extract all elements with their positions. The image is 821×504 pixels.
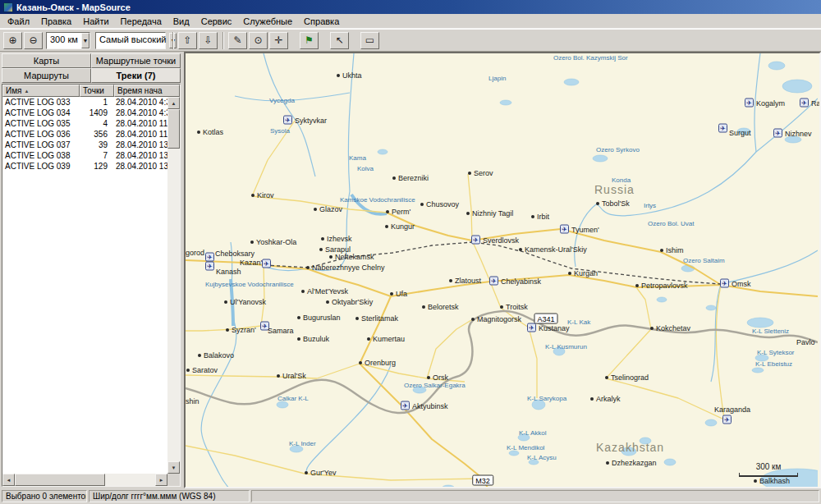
airport-marker[interactable]: ✈Sverdlovsk: [471, 236, 519, 245]
horizontal-scroll-thumb[interactable]: [15, 474, 105, 486]
horizontal-scrollbar[interactable]: ◄ ►: [2, 474, 167, 486]
menu-item[interactable]: Правка: [35, 15, 77, 28]
column-header-name[interactable]: Имя ▲: [2, 85, 80, 97]
city-label: Saratov: [186, 366, 218, 374]
menu-item[interactable]: Вид: [167, 15, 195, 28]
airport-marker[interactable]: ✈: [262, 259, 271, 268]
water-label: K-L Acysu: [527, 454, 557, 461]
tab-tracks[interactable]: Треки (7): [91, 68, 181, 83]
vertical-scrollbar[interactable]: ▲ ▼: [167, 97, 180, 474]
scroll-up-button[interactable]: ▲: [167, 97, 180, 109]
airport-marker[interactable]: ✈: [722, 415, 732, 424]
airport-marker[interactable]: ✈: [718, 124, 727, 133]
water-label: K-L Kak: [567, 318, 590, 326]
track-row[interactable]: ACTIVE LOG 0373928.04.2010 13:: [2, 140, 167, 150]
airport-icon: ✈: [773, 129, 782, 138]
column-header-points[interactable]: Точки: [80, 85, 114, 97]
detail-level-select[interactable]: Самый высокий ▼: [95, 32, 166, 49]
marker-text: Kujbysevskoe Vodochranilisce: [205, 281, 294, 288]
menu-item[interactable]: Справка: [298, 15, 345, 28]
city-label: Gur'Yev: [305, 469, 336, 477]
marker-text: Ozero Syrkovo: [596, 146, 640, 153]
menu-item[interactable]: Передача: [115, 15, 167, 28]
airport-marker[interactable]: ✈Omsk: [720, 279, 751, 288]
send-to-device-button[interactable]: ⇧: [178, 32, 197, 49]
city-label: Pavlo: [796, 338, 815, 346]
airport-marker[interactable]: ✈Tyumen': [560, 225, 599, 234]
track-row[interactable]: ACTIVE LOG 038728.04.2010 13:: [2, 150, 167, 161]
track-row[interactable]: ACTIVE LOG 03635628.04.2010 11:: [2, 129, 167, 140]
city-dot-icon: [449, 279, 452, 282]
zoom-in-button[interactable]: ⊕: [3, 32, 22, 49]
tab-routes[interactable]: Маршруты: [2, 68, 91, 83]
chevron-down-icon[interactable]: ▼: [81, 33, 89, 48]
toolbar: ⊕ ⊖ 300 км ▼ Самый высокий ▼ ⇧ ⇩ ✎ ⊙ ✛ ⚑…: [0, 29, 821, 52]
scroll-right-button[interactable]: ►: [155, 474, 167, 486]
map-scale-select[interactable]: 300 км ▼: [46, 32, 90, 49]
selection-tool-button[interactable]: ↖: [330, 32, 349, 49]
vertical-scroll-track[interactable]: [167, 109, 180, 461]
airport-marker[interactable]: ✈Aktyubinsk: [401, 401, 448, 410]
track-row[interactable]: ACTIVE LOG 035428.04.2010 11:: [2, 118, 167, 129]
airport-marker[interactable]: ✈Kogalym: [745, 99, 785, 108]
water-label: Ozero Bol. Kazymskij Sor: [553, 54, 628, 62]
marker-text: K-L Sletteniz: [752, 328, 789, 335]
column-header-time[interactable]: Время нача: [114, 85, 180, 97]
city-dot-icon: [427, 376, 430, 379]
horizontal-scroll-track[interactable]: [15, 474, 155, 486]
airport-icon: ✈: [205, 262, 214, 271]
tab-maps[interactable]: Карты: [2, 53, 91, 68]
vertical-scroll-thumb[interactable]: [167, 109, 180, 149]
airport-marker[interactable]: ✈Ra: [800, 99, 821, 108]
airport-marker[interactable]: ✈Kustanay: [527, 323, 570, 332]
pan-tool-button[interactable]: ✛: [269, 32, 288, 49]
airport-marker[interactable]: ✈Syktyvkar: [283, 116, 327, 125]
route-tool-icon: ✎: [233, 34, 241, 46]
zoom-out-button[interactable]: ⊖: [24, 32, 43, 49]
city-dot-icon: [390, 292, 393, 296]
route-tool-button[interactable]: ✎: [228, 32, 247, 49]
zoom-tool-button[interactable]: ⊙: [249, 32, 268, 49]
scroll-down-button[interactable]: ▼: [167, 461, 180, 474]
toolbar-separator: [172, 32, 173, 49]
city-label: Dzhezkazgan: [606, 459, 657, 467]
city-dot-icon: [386, 210, 389, 213]
statusbar: Выбрано 0 элементов Шир/долг гггг°мм.ммм…: [0, 488, 821, 504]
receive-from-device-button[interactable]: ⇩: [199, 32, 218, 49]
tab-waypoints[interactable]: Маршрутные точки: [91, 53, 181, 68]
marker-text: Izhevsk: [327, 235, 352, 243]
airport-marker[interactable]: ✈: [260, 322, 269, 331]
airport-marker[interactable]: ✈Chelyabinsk: [489, 277, 541, 286]
water-label: Irtys: [644, 202, 656, 209]
menu-item[interactable]: Сервис: [195, 15, 238, 28]
track-row[interactable]: ACTIVE LOG 034140928.04.2010 4:3: [2, 108, 167, 118]
airport-marker[interactable]: ✈Nizhnev: [773, 129, 812, 138]
city-label: Arkalyk: [590, 395, 621, 403]
flag-icon: ⚑: [305, 34, 314, 46]
water-label: K-L Sarykopa: [527, 395, 566, 402]
airport-marker[interactable]: ✈: [205, 262, 214, 271]
marker-text: Chelyabinsk: [501, 277, 541, 285]
measure-tool-button[interactable]: ▭: [360, 32, 379, 49]
map-canvas[interactable]: UkhtaKotlasSerovBereznikiKirovChusovoyTo…: [184, 52, 821, 488]
marker-text: Kama: [349, 154, 366, 162]
city-label: Ukhta: [337, 71, 362, 80]
menu-item[interactable]: Найти: [77, 15, 114, 28]
menu-item[interactable]: Служебные: [237, 15, 298, 28]
detail-level-value: Самый высокий: [96, 33, 169, 48]
titlebar[interactable]: Казань-Омск - MapSource: [0, 0, 821, 14]
waypoint-tool-button[interactable]: ⚑: [300, 32, 319, 49]
track-row[interactable]: ACTIVE LOG 033128.04.2010 4:3: [2, 97, 167, 108]
city-dot-icon: [329, 255, 333, 259]
city-label: Ural'Sk: [277, 372, 306, 380]
menu-item[interactable]: Файл: [2, 15, 35, 28]
city-dot-icon: [420, 203, 424, 206]
track-row[interactable]: ACTIVE LOG 03912928.04.2010 13:: [2, 161, 167, 172]
city-dot-icon: [277, 374, 280, 378]
airport-marker[interactable]: ✈: [205, 253, 214, 262]
marker-text: Kogalym: [756, 99, 785, 107]
marker-text: gorod: [186, 249, 204, 257]
city-label: Kotlas: [197, 128, 223, 136]
marker-text: K-L Acysu: [527, 454, 557, 461]
scroll-left-button[interactable]: ◄: [2, 474, 15, 486]
